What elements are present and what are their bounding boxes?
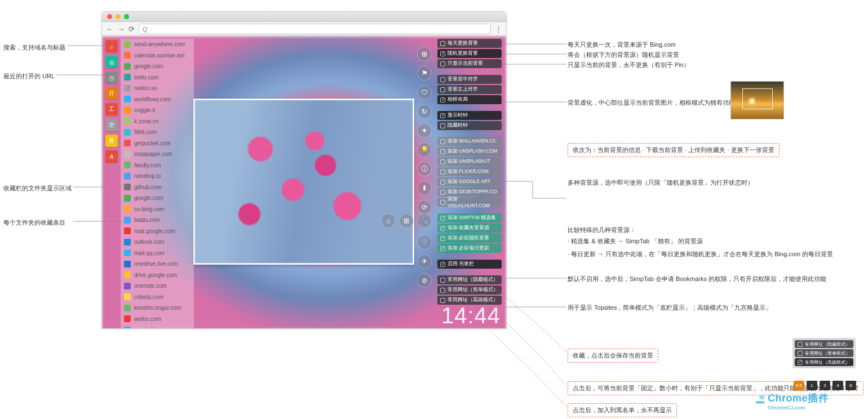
topsite-tile[interactable]: 8 [845,381,856,390]
bookmark-row[interactable]: google.com [121,61,194,72]
bookmark-row[interactable]: cn.bing.com [121,204,194,215]
bulb-icon[interactable]: 💡 [417,142,432,157]
bookmark-row[interactable]: github.com [121,182,194,193]
bookmark-row[interactable]: raindrop.io [121,171,194,182]
menu-icon[interactable]: ⋮ [495,25,502,33]
setting-option[interactable]: 添加 WALLHAVEN.CC [437,137,502,146]
callout-folder-area: 收藏栏的文件夹显示区域 [3,184,72,193]
bookmark-row[interactable]: notion.so [121,83,194,94]
refresh-icon[interactable]: ⟳ [417,200,432,215]
home-icon[interactable]: ⌂ [381,213,396,228]
bookmark-row[interactable]: send-anywhere.com [121,39,194,50]
tools-icon[interactable]: 工 [105,103,118,115]
setting-option[interactable]: 添加 GOOGLE ART [437,177,502,186]
topsite-tile[interactable]: 1 [807,381,817,390]
bookmark-label: google.com [134,63,163,69]
bookmark-row[interactable]: getpocket.com [121,138,194,149]
checkbox-icon [440,149,445,154]
history-icon[interactable]: ◷ [105,72,118,84]
bookmark-row[interactable]: coggle.it [121,105,194,116]
setting-option[interactable]: 添加 收藏夹背景源 [437,224,502,233]
star-icon[interactable]: ✦ [417,123,432,138]
checkbox-icon [440,236,445,241]
apps-icon[interactable]: ⊞ [399,213,414,228]
bookmark-row[interactable]: trello.com [121,72,194,83]
setting-option[interactable]: 背景左上对齐 [437,85,502,94]
minimize-dot[interactable] [116,14,121,19]
audio-icon[interactable]: 音 [105,135,118,147]
mini-option[interactable]: 常用网址（隐藏模式） [795,340,853,348]
setting-option[interactable]: 启用 书签栏 [437,260,502,269]
bookmark-icon[interactable]: ⚑ [417,66,432,81]
bookmark-row[interactable]: k-zone.cn [121,116,194,127]
setting-option[interactable]: 添加 必应随机背景 [437,234,502,243]
setting-option[interactable]: 添加 UNSPLASH.IT [437,157,502,166]
setting-option[interactable]: 添加 SIMPTAB 精选集 [437,213,502,222]
bookmark-row[interactable]: instapaper.com [121,149,194,160]
bookmark-row[interactable]: mail.google.com [121,226,194,237]
mini-option[interactable]: 常用网址（高级模式） [795,358,853,366]
setting-option[interactable]: 添加 DESKTOPPR.CO [437,188,502,197]
bookmark-row[interactable]: calendar.sunrise.am [121,50,194,61]
callout-random: 将会（根据下方的背景源）随机显示背景 [568,50,679,60]
bookmark-row[interactable]: google.com [121,193,194,204]
setting-option[interactable]: 添加 VISUALHUNT.COM [437,198,502,207]
blank-icon[interactable]: 空 [105,119,118,131]
bookmark-row[interactable]: pan.baidu.com [121,324,194,329]
setting-option[interactable]: 常用网址（高级模式） [437,296,502,305]
settings-panel: 每天更换背景随机更换背景只显示当前背景背景居中对齐背景左上对齐相框布局显示时钟隐… [437,39,502,305]
bookmark-row[interactable]: workflowy.com [121,94,194,105]
open-icon[interactable]: 开 [105,87,118,100]
bookmark-row[interactable]: fitbit.com [121,127,194,138]
close-dot[interactable] [107,14,112,19]
search-icon[interactable]: ⌕ [105,40,118,52]
grid-icon[interactable]: ⊞ [417,47,432,61]
bookmark-row[interactable]: feedly.com [121,160,194,171]
bookmark-label: baidu.com [134,217,160,223]
target-icon[interactable]: ◎ [105,56,118,68]
wrench-icon[interactable]: 🔧 [417,213,432,228]
topsite-tile[interactable]: 2 [820,381,830,390]
back-icon[interactable]: ← [106,25,113,33]
bookmark-label: onedrive.live.com [134,261,178,267]
letter-a-icon[interactable]: A [105,150,118,163]
reload-icon[interactable]: ⟳ [129,25,135,33]
callout-bookmarks: 默认不启用，选中后，SimpTab 会申请 Bookmarks 的权限，只有开启… [568,274,826,284]
setting-option[interactable]: 隐藏时钟 [437,121,502,130]
bookmark-row[interactable]: kenshin.imgur.com [121,302,194,314]
bookmark-row[interactable]: outlook.com [121,237,194,248]
mini-option[interactable]: 常用网址（简单模式） [795,349,853,357]
bookmark-row[interactable]: weibo.com [121,314,194,325]
setting-option[interactable]: 显示时钟 [437,111,502,120]
setting-option[interactable]: 只显示当前背景 [437,59,502,68]
setting-option[interactable]: 每天更换背景 [437,39,502,48]
info-icon[interactable]: ⓘ [417,162,432,176]
block-icon[interactable]: ⊘ [417,273,432,288]
setting-option[interactable]: 常用网址（简单模式） [437,286,502,295]
heart-icon[interactable]: ♡ [417,235,432,249]
bookmark-row[interactable]: baidu.com [121,215,194,226]
setting-option[interactable]: 随机更换背景 [437,49,502,58]
forward-icon[interactable]: → [117,25,125,33]
setting-option[interactable]: 添加 必应每日更新 [437,244,502,253]
address-bar[interactable]: Q [139,24,491,34]
shield-icon[interactable]: 🛡 [417,85,432,100]
bookmark-label: send-anywhere.com [134,41,185,47]
bookmark-row[interactable]: onedrive.live.com [121,258,194,270]
reload-icon[interactable]: ↻ [417,104,432,119]
topsite-tile[interactable]: 0.5 [794,381,804,390]
maximize-dot[interactable] [124,14,129,19]
bookmark-row[interactable]: cnbeta.com [121,292,194,303]
bookmark-row[interactable]: onenote.com [121,280,194,292]
bookmark-row[interactable]: drive.google.com [121,270,194,281]
setting-option[interactable]: 常用网址（隐藏模式） [437,275,502,284]
setting-option[interactable]: 添加 FLICKR.COM [437,167,502,176]
setting-option[interactable]: 背景居中对齐 [437,75,502,84]
bookmark-row[interactable]: mail.qq.com [121,248,194,259]
setting-option[interactable]: 相框布局 [437,95,502,104]
pin-icon[interactable]: ✈ [417,254,432,269]
callout-daily: 每天只更换一次，背景来源于 Bing.com [568,40,676,50]
download-icon[interactable]: ⬇ [417,181,432,195]
topsite-tile[interactable]: 4 [832,381,843,390]
setting-option[interactable]: 添加 UNSPLASH.COM [437,147,502,156]
